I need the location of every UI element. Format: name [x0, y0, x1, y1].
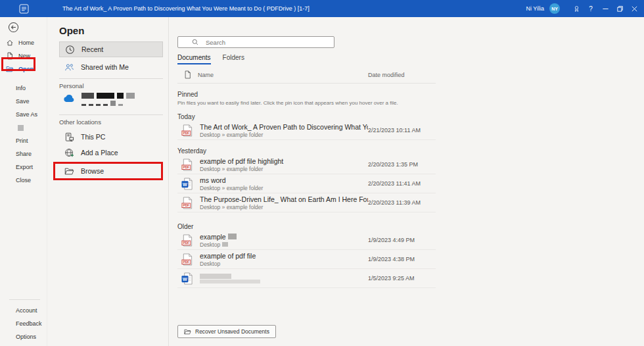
- file-date: 1/9/2023 4:38 PM: [368, 256, 436, 262]
- name-column-header[interactable]: Name: [198, 72, 368, 78]
- sidebar-document-items: InfoSaveSave AsPrintShareExportClose: [0, 82, 47, 187]
- file-row[interactable]: W1/5/2023 9:25 AM: [177, 269, 436, 288]
- file-tabs: Documents Folders: [177, 54, 644, 64]
- sidebar-item-print[interactable]: Print: [0, 134, 47, 147]
- place-browse[interactable]: Browse: [59, 164, 161, 178]
- pdf-icon: PDF: [181, 124, 193, 137]
- file-path: Desktop: [200, 241, 368, 248]
- sidebar-item-label: New: [18, 53, 30, 59]
- svg-text:PDF: PDF: [183, 260, 189, 264]
- onedrive-redacted-name: [81, 93, 135, 99]
- file-path: [200, 280, 368, 284]
- place-label: Recent: [81, 45, 103, 53]
- file-row[interactable]: Wms wordDesktop » example folder2/20/202…: [177, 174, 436, 193]
- back-button[interactable]: [8, 22, 19, 33]
- personal-section-label: Personal: [59, 82, 163, 89]
- svg-text:W: W: [183, 276, 187, 282]
- minimize-button[interactable]: [598, 0, 612, 17]
- help-button[interactable]: ?: [584, 0, 598, 17]
- sidebar-item-label: Home: [18, 39, 34, 46]
- svg-text:PDF: PDF: [183, 204, 189, 207]
- sidebar-item-save-as[interactable]: Save As: [0, 108, 47, 121]
- place-this-pc[interactable]: This PC: [59, 129, 163, 145]
- pdf-icon: PDF: [181, 197, 193, 209]
- file-date: 1/5/2023 9:25 AM: [368, 275, 436, 282]
- user-name[interactable]: Ni Yilia: [526, 5, 544, 12]
- redacted-text-block: [200, 280, 260, 284]
- file-row[interactable]: PDFThe Purpose-Driven Life_ What on Eart…: [177, 193, 436, 212]
- search-input[interactable]: [204, 38, 323, 47]
- file-date: 2/20/2023 11:41 AM: [368, 180, 436, 187]
- pinned-section-label: Pinned: [177, 91, 644, 98]
- place-onedrive[interactable]: [59, 93, 163, 111]
- home-icon: [6, 39, 14, 47]
- pinned-description: Pin files you want to easily find later.…: [177, 100, 644, 106]
- sidebar-item-close[interactable]: Close: [0, 174, 47, 187]
- avatar[interactable]: NY: [549, 3, 560, 14]
- title-bar: The Art of Work_ A Proven Path to Discov…: [0, 0, 644, 17]
- clock-icon: [65, 45, 75, 55]
- pdf-icon: PDF: [181, 234, 193, 247]
- recent-files-pane: Documents Folders Name Date modified Pin…: [169, 17, 644, 346]
- people-icon: [64, 62, 74, 72]
- panel-divider: [59, 78, 163, 79]
- svg-text:PDF: PDF: [183, 166, 189, 169]
- place-shared-with-me[interactable]: Shared with Me: [59, 59, 163, 75]
- file-name: The Purpose-Driven Life_ What on Earth A…: [200, 195, 368, 203]
- sidebar-item-info[interactable]: Info: [0, 82, 47, 95]
- date-modified-column-header[interactable]: Date modified: [368, 72, 436, 78]
- sidebar-item-feedback[interactable]: Feedback: [0, 317, 47, 330]
- close-button[interactable]: [627, 0, 641, 17]
- window-title: The Art of Work_ A Proven Path to Discov…: [62, 5, 310, 12]
- sidebar-item-open[interactable]: Open: [0, 62, 47, 76]
- place-label: This PC: [81, 133, 105, 141]
- file-row[interactable]: PDFexample of pdf fileDesktop1/9/2023 4:…: [177, 250, 436, 269]
- svg-text:PDF: PDF: [183, 241, 189, 245]
- list-header: Name Date modified: [177, 70, 436, 84]
- ribbon-badge-icon[interactable]: [569, 0, 584, 17]
- file-group-label: Older: [177, 223, 644, 230]
- backstage-sidebar: HomeNewOpen InfoSaveSave AsPrintShareExp…: [0, 17, 47, 346]
- file-date: 2/20/2023 1:35 PM: [368, 161, 436, 168]
- file-name: The Art of Work_ A Proven Path to Discov…: [200, 123, 368, 131]
- document-icon: [184, 70, 191, 79]
- panel-divider: [59, 114, 163, 115]
- cloud-icon: [63, 93, 76, 103]
- restore-button[interactable]: [612, 0, 627, 17]
- word-app-icon: [19, 4, 29, 14]
- search-box[interactable]: [177, 36, 334, 48]
- recover-unsaved-documents-button[interactable]: Recover Unsaved Documents: [177, 325, 276, 338]
- sidebar-item-options[interactable]: Options: [0, 330, 47, 343]
- sidebar-item-save[interactable]: Save: [0, 95, 47, 108]
- file-row[interactable]: PDFexample of pdf file highlightDesktop …: [177, 155, 436, 174]
- place-add-a-place[interactable]: Add a Place: [59, 145, 163, 161]
- file-path: Desktop » example folder: [200, 204, 368, 210]
- sidebar-divider: [9, 299, 40, 300]
- sidebar-item-new[interactable]: New: [0, 49, 47, 62]
- file-group-label: Yesterday: [177, 147, 644, 155]
- file-name: [200, 274, 368, 279]
- file-date: 2/20/2023 11:39 AM: [368, 199, 436, 206]
- open-places-panel: Open Recent Shared with Me Personal: [47, 17, 169, 346]
- browse-annotation-box: Browse: [53, 162, 163, 180]
- file-row[interactable]: PDFexampleDesktop1/9/2023 4:49 PM: [177, 231, 436, 250]
- file-name: example: [200, 233, 368, 241]
- file-name: example of pdf file: [200, 252, 368, 260]
- place-recent[interactable]: Recent: [59, 41, 163, 57]
- file-path: Desktop: [200, 260, 368, 267]
- file-group-label: Today: [177, 113, 644, 120]
- tab-documents[interactable]: Documents: [177, 54, 211, 64]
- svg-text:PDF: PDF: [183, 132, 189, 135]
- svg-text:W: W: [183, 182, 187, 187]
- sidebar-item-export[interactable]: Export: [0, 161, 47, 174]
- sidebar-item-home[interactable]: Home: [0, 36, 47, 49]
- sidebar-item-share[interactable]: Share: [0, 147, 47, 161]
- browse-folder-icon: [64, 166, 74, 176]
- sidebar-item-label: Open: [18, 66, 34, 72]
- sidebar-item-account[interactable]: Account: [0, 304, 47, 317]
- place-label: Shared with Me: [81, 63, 129, 71]
- tab-folders[interactable]: Folders: [223, 54, 244, 64]
- redacted-sidebar-item: [18, 125, 24, 131]
- onedrive-redacted-email: [81, 101, 135, 106]
- file-row[interactable]: PDFThe Art of Work_ A Proven Path to Dis…: [177, 121, 436, 140]
